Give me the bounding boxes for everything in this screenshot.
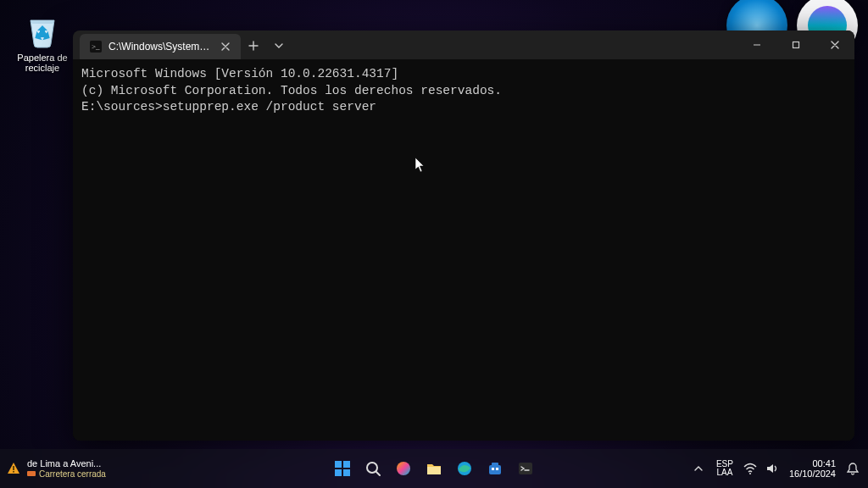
close-button[interactable] [815, 30, 854, 59]
svg-rect-8 [335, 469, 342, 476]
svg-point-19 [749, 473, 751, 474]
new-tab-button[interactable] [241, 32, 266, 59]
terminal-window: >_ C:\Windows\System32\cmd.e Microso [73, 30, 854, 441]
svg-point-11 [397, 462, 410, 475]
taskbar-news-widget[interactable]: de Lima a Aveni... Carretera cerrada [0, 458, 106, 478]
lang-bottom: LAA [716, 469, 733, 478]
svg-rect-12 [427, 467, 441, 474]
taskbar-right: ESP LAA 00:41 16/10/2024 [691, 457, 868, 480]
terminal-line: (c) Microsoft Corporation. Todos los der… [81, 84, 502, 97]
window-titlebar[interactable]: >_ C:\Windows\System32\cmd.e [73, 30, 854, 59]
search-button[interactable] [361, 457, 385, 480]
traffic-icon [27, 469, 36, 478]
svg-rect-6 [335, 461, 342, 468]
tab-dropdown-button[interactable] [266, 32, 292, 59]
cmd-icon: >_ [90, 41, 102, 53]
svg-rect-5 [27, 471, 36, 476]
volume-icon[interactable] [765, 462, 779, 475]
svg-rect-17 [496, 468, 498, 470]
svg-rect-15 [492, 463, 498, 466]
terminal-taskbar-icon[interactable] [514, 457, 537, 480]
terminal-body[interactable]: Microsoft Windows [Versión 10.0.22631.43… [73, 59, 854, 441]
news-subtitle: Carretera cerrada [39, 469, 106, 479]
date: 16/10/2024 [789, 469, 836, 479]
clock[interactable]: 00:41 16/10/2024 [789, 458, 836, 479]
tab-title: C:\Windows\System32\cmd.e [108, 41, 212, 53]
svg-rect-18 [519, 463, 532, 474]
taskbar: de Lima a Aveni... Carretera cerrada [0, 449, 868, 488]
svg-rect-14 [489, 465, 501, 474]
news-title: de Lima a Aveni... [27, 458, 106, 469]
notifications-icon[interactable] [846, 462, 860, 475]
minimize-button[interactable] [737, 30, 776, 59]
time: 00:41 [789, 458, 836, 469]
store-taskbar-icon[interactable] [483, 457, 507, 480]
start-button[interactable] [331, 457, 354, 480]
language-indicator[interactable]: ESP LAA [716, 460, 733, 478]
svg-rect-3 [13, 466, 14, 470]
warning-icon [7, 462, 20, 475]
copilot-taskbar-icon[interactable] [392, 457, 415, 480]
svg-text:>_: >_ [92, 42, 100, 51]
terminal-command: setupprep.exe /product server [163, 100, 376, 114]
svg-rect-7 [343, 461, 350, 468]
terminal-prompt: E:\sources> [81, 100, 163, 114]
recycle-bin-icon [22, 8, 63, 49]
svg-rect-16 [492, 468, 494, 470]
tab-close-button[interactable] [219, 40, 232, 53]
terminal-tab[interactable]: >_ C:\Windows\System32\cmd.e [80, 34, 241, 59]
svg-rect-2 [793, 42, 799, 48]
terminal-line: Microsoft Windows [Versión 10.0.22631.43… [81, 67, 398, 80]
edge-taskbar-icon[interactable] [453, 457, 476, 480]
tray-chevron-up-icon[interactable] [691, 457, 706, 480]
maximize-button[interactable] [776, 30, 815, 59]
wifi-icon[interactable] [743, 462, 757, 475]
taskbar-center [331, 457, 537, 480]
recycle-bin-desktop-icon[interactable]: Papelera de reciclaje [8, 8, 76, 73]
svg-point-10 [367, 463, 377, 473]
explorer-taskbar-icon[interactable] [422, 457, 446, 480]
recycle-bin-label: Papelera de reciclaje [8, 53, 76, 73]
svg-rect-4 [13, 471, 14, 473]
svg-rect-9 [343, 469, 350, 476]
